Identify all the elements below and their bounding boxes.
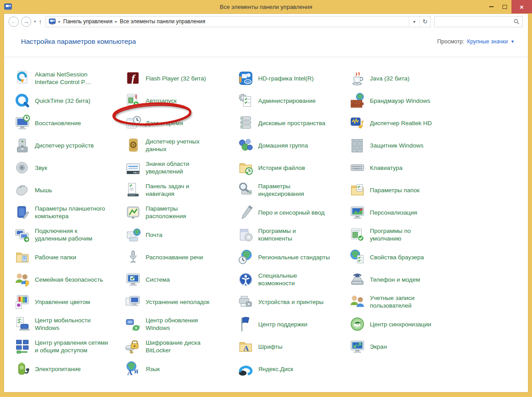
control-panel-item-yandex-disk[interactable]: Яндекс.Диск bbox=[237, 360, 349, 377]
control-panel-item-phone-modem[interactable]: Телефон и модем bbox=[349, 271, 461, 288]
item-label: Панель задач и навигация bbox=[146, 182, 189, 198]
control-panel-item-mouse[interactable]: Мышь bbox=[14, 182, 125, 198]
recovery-icon bbox=[14, 114, 31, 131]
control-panel-item-sync-center[interactable]: Центр синхронизации bbox=[349, 316, 461, 333]
control-panel-item-ease-of-access[interactable]: Специальные возможности bbox=[237, 271, 349, 288]
control-panel-item-device-manager[interactable]: Диспетчер устройств bbox=[14, 137, 125, 154]
page-title: Настройка параметров компьютера bbox=[21, 38, 136, 46]
forward-button[interactable]: → bbox=[21, 17, 31, 27]
control-panel-item-programs-features[interactable]: Программы и компоненты bbox=[237, 226, 349, 243]
svg-text:A: A bbox=[243, 344, 249, 353]
item-label: Рабочие папки bbox=[35, 253, 76, 261]
yandex-disk-icon bbox=[237, 360, 254, 377]
address-bar[interactable]: ▸ Панель управления ▸ Все элементы панел… bbox=[46, 16, 431, 27]
view-by-dropdown[interactable]: Крупные значки bbox=[467, 38, 508, 45]
control-panel-item-java[interactable]: Java (32 бита) bbox=[349, 70, 461, 87]
control-panel-item-work-folders[interactable]: Рабочие папки bbox=[14, 249, 125, 266]
control-panel-item-default-programs[interactable]: Программы по умолчанию bbox=[349, 226, 461, 243]
bitlocker-icon bbox=[125, 338, 142, 355]
control-panel-item-mail[interactable]: Почта bbox=[125, 226, 237, 243]
control-panel-item-homegroup[interactable]: Домашняя группа bbox=[237, 137, 349, 154]
control-panel-item-flash-player[interactable]: fFlash Player (32 бита) bbox=[125, 70, 237, 87]
control-panel-item-bitlocker[interactable]: Шифрование диска BitLocker bbox=[125, 338, 237, 355]
item-label: Почта bbox=[146, 231, 163, 239]
control-panel-item-realtek[interactable]: Диспетчер Realtek HD bbox=[349, 114, 461, 131]
control-panel-item-family-safety[interactable]: Семейная безопасность bbox=[14, 271, 125, 288]
control-panel-item-mobility-center[interactable]: Центр мобильности Windows bbox=[14, 316, 125, 333]
item-label: Учетные записи пользователей bbox=[370, 294, 415, 309]
item-label: Свойства браузера bbox=[370, 253, 424, 261]
credential-manager-icon bbox=[125, 137, 142, 154]
control-panel-item-system[interactable]: Система bbox=[125, 271, 237, 288]
maximize-button[interactable] bbox=[498, 0, 511, 13]
control-panel-item-admin-tools[interactable]: Администрирование bbox=[237, 92, 349, 109]
control-panel-item-akamai[interactable]: Akamai NetSession Interface Control P… bbox=[14, 70, 125, 87]
control-panel-item-troubleshooting[interactable]: Устранение неполадок bbox=[125, 293, 237, 310]
control-panel-item-fonts[interactable]: AШрифты bbox=[237, 338, 349, 355]
control-panel-item-network-sharing-center[interactable]: Центр управления сетями и общим доступом bbox=[14, 338, 125, 355]
back-button[interactable]: ← bbox=[8, 17, 19, 27]
control-panel-item-firewall[interactable]: Брандмауэр Windows bbox=[349, 92, 461, 109]
control-panel-item-keyboard[interactable]: Клавиатура bbox=[349, 159, 461, 176]
troubleshooting-icon bbox=[125, 293, 142, 310]
ease-of-access-icon bbox=[237, 271, 254, 288]
item-label: Программы и компоненты bbox=[258, 227, 296, 242]
breadcrumb: ▸ Панель управления ▸ Все элементы панел… bbox=[46, 17, 409, 27]
phone-modem-icon bbox=[349, 271, 366, 288]
control-panel-item-pen-touch[interactable]: Перо и сенсорный ввод bbox=[237, 204, 349, 221]
control-panel-item-indexing-options[interactable]: Параметры индексирования bbox=[237, 182, 349, 198]
control-panel-item-devices-printers[interactable]: Устройства и принтеры bbox=[237, 293, 349, 310]
storage-spaces-icon bbox=[237, 114, 254, 131]
control-panel-item-windows-update[interactable]: Центр обновления Windows bbox=[125, 316, 237, 333]
control-panel-item-recovery[interactable]: Восстановление bbox=[14, 114, 125, 131]
control-panel-item-credential-manager[interactable]: Диспетчер учетных данных bbox=[125, 137, 237, 154]
item-label: Центр синхронизации bbox=[370, 321, 431, 328]
control-panel-item-color-management[interactable]: Управление цветом bbox=[14, 293, 125, 310]
control-panel-item-action-center[interactable]: Центр поддержки bbox=[237, 316, 349, 333]
control-panel-item-date-time[interactable]: Дата и время bbox=[125, 114, 237, 131]
control-panel-item-speech-recognition[interactable]: Распознавание речи bbox=[125, 249, 237, 266]
internet-options-icon bbox=[349, 249, 366, 266]
item-label: Специальные возможности bbox=[258, 272, 297, 287]
control-panel-item-storage-spaces[interactable]: Дисковые пространства bbox=[237, 114, 349, 131]
control-panel-item-quicktime[interactable]: QuickTime (32 бита) bbox=[14, 92, 125, 109]
region-icon bbox=[237, 249, 254, 266]
control-panel-item-defender[interactable]: Защитник Windows bbox=[349, 137, 461, 154]
control-panel-item-taskbar-navigation[interactable]: Панель задач и навигация bbox=[125, 182, 237, 198]
autoplay-icon bbox=[125, 92, 142, 109]
address-dropdown-button[interactable]: ▾ bbox=[409, 17, 419, 27]
control-panel-item-file-history[interactable]: История файлов bbox=[237, 159, 349, 176]
control-panel-item-power-options[interactable]: Электропитание bbox=[14, 360, 125, 377]
search-box[interactable] bbox=[434, 16, 523, 27]
close-button[interactable]: × bbox=[511, 0, 532, 13]
control-panel-item-language[interactable]: AЯЯзык bbox=[125, 360, 237, 377]
item-label: Параметры расположения bbox=[146, 205, 186, 220]
search-input[interactable] bbox=[437, 18, 514, 25]
control-panel-item-folder-options[interactable]: Параметры папок bbox=[349, 182, 461, 198]
up-button[interactable]: ↑ bbox=[39, 18, 42, 25]
control-panel-item-intel-graphics[interactable]: intelHD-графика Intel(R) bbox=[237, 70, 349, 87]
control-panel-item-region[interactable]: Региональные стандарты bbox=[237, 249, 349, 266]
breadcrumb-root[interactable]: Панель управления bbox=[63, 18, 113, 25]
refresh-button[interactable]: ↻ bbox=[419, 17, 430, 27]
control-panel-item-personalization[interactable]: Персонализация bbox=[349, 204, 461, 221]
control-panel-item-autoplay[interactable]: Автозапуск bbox=[125, 92, 237, 109]
control-panel-item-tablet-pc[interactable]: Параметры планшетного компьютера bbox=[14, 204, 125, 221]
item-label: Восстановление bbox=[35, 119, 81, 127]
display-icon bbox=[349, 338, 366, 355]
item-label: Распознавание речи bbox=[146, 253, 203, 261]
control-panel-item-user-accounts[interactable]: Учетные записи пользователей bbox=[349, 293, 461, 310]
control-panel-item-notification-icons[interactable]: 0:00Значки области уведомлений bbox=[125, 159, 237, 176]
control-panel-item-sound[interactable]: Звук bbox=[14, 159, 125, 176]
control-panel-item-display[interactable]: Экран bbox=[349, 338, 461, 355]
recent-pages-dropdown[interactable]: ▾ bbox=[34, 19, 36, 24]
breadcrumb-current[interactable]: Все элементы панели управления bbox=[120, 18, 205, 25]
control-panel-item-remote-desktop[interactable]: Подключения к удаленным рабочим bbox=[14, 226, 125, 243]
control-panel-item-internet-options[interactable]: Свойства браузера bbox=[349, 249, 461, 266]
file-history-icon bbox=[237, 159, 254, 176]
item-label: Телефон и модем bbox=[370, 276, 420, 283]
minimize-button[interactable] bbox=[485, 0, 498, 13]
item-label: HD-графика Intel(R) bbox=[258, 75, 314, 82]
item-label: Язык bbox=[146, 365, 160, 373]
control-panel-item-location-settings[interactable]: Параметры расположения bbox=[125, 204, 237, 221]
